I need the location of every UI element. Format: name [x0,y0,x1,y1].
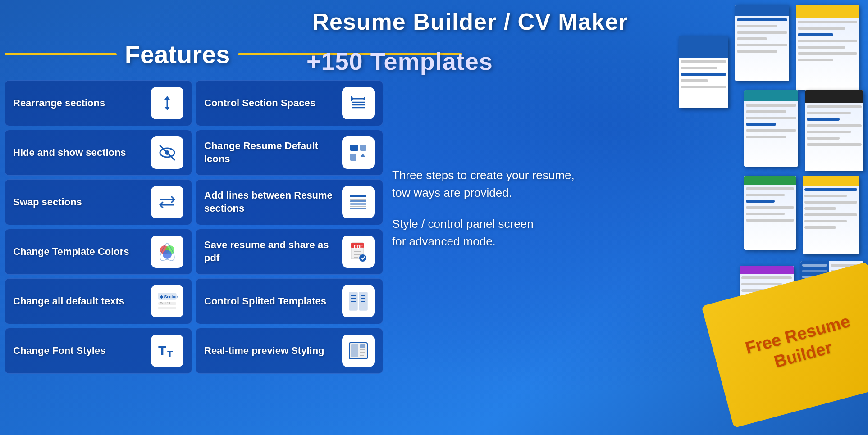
swap-icon [151,186,183,218]
description-area: Three steps to create your resume, tow w… [392,167,625,250]
svg-rect-10 [350,195,366,197]
feature-pdf: Save resume and share as pdf PDF [196,229,383,275]
features-title: Features [125,40,230,69]
svg-text:Text #9: Text #9 [160,302,170,305]
svg-rect-43 [360,344,365,348]
feature-swap-label: Swap sections [13,196,146,209]
feature-colors-label: Change Template Colors [13,245,146,258]
hide-show-icon [151,136,183,169]
feature-split-templates: Control Splited Templates [196,278,383,324]
split-icon [342,285,375,317]
feature-hide-show-label: Hide and show sections [13,146,146,159]
svg-rect-42 [351,344,358,357]
svg-rect-13 [350,203,366,205]
svg-rect-9 [350,154,356,161]
feature-add-lines: Add lines between Resume sections [196,179,383,225]
svg-rect-12 [350,200,366,202]
yellow-banner-text: Free Resume Builder [713,303,868,387]
feature-control-spaces: Control Section Spaces [196,80,383,126]
preview-icon [342,335,375,367]
description-line1: Three steps to create your resume, tow w… [392,167,625,202]
feature-default-texts-label: Change all default texts [13,295,146,308]
svg-point-18 [163,250,172,259]
feature-font-styles: Change Font Styles T T [5,328,192,374]
feature-add-lines-label: Add lines between Resume sections [204,189,337,215]
templates-area: Free Resume Builder [634,0,868,435]
feature-preview: Real-time preview Styling [196,328,383,374]
reorder-icon [151,87,183,119]
features-grid: Rearrange sections Control Section Space… [5,80,383,374]
features-line-left [5,53,117,55]
feature-default-texts: Change all default texts ◆ Section Text … [5,278,192,324]
feature-control-spaces-label: Control Section Spaces [204,97,337,110]
svg-rect-8 [360,145,366,151]
svg-text:T: T [167,349,173,359]
svg-rect-30 [158,307,176,309]
colors-icon [151,236,183,268]
svg-point-25 [359,254,366,262]
feature-font-styles-label: Change Font Styles [13,344,146,358]
feature-hide-show: Hide and show sections [5,130,192,176]
text-icon: ◆ Section Text #9 [151,285,183,317]
icons-icon [342,136,375,169]
feature-pdf-label: Save resume and share as pdf [204,239,337,264]
feature-rearrange: Rearrange sections [5,80,192,126]
feature-preview-label: Real-time preview Styling [204,344,337,358]
feature-split-templates-label: Control Splited Templates [204,295,337,308]
svg-text:◆ Section: ◆ Section [160,295,178,299]
feature-default-icons: Change Resume Default Icons [196,130,383,176]
lines-icon [342,186,375,218]
svg-rect-7 [350,145,358,151]
feature-swap: Swap sections [5,179,192,225]
spacing-icon [342,87,375,119]
pdf-icon: PDF [342,236,375,268]
yellow-banner: Free Resume Builder [701,262,868,428]
font-icon: T T [151,335,183,367]
svg-rect-15 [350,208,366,209]
description-line2: Style / control panel screen for advance… [392,215,625,250]
feature-colors: Change Template Colors [5,229,192,275]
svg-text:T: T [158,343,166,358]
feature-rearrange-label: Rearrange sections [13,97,146,110]
svg-text:PDF: PDF [354,245,363,249]
feature-default-icons-label: Change Resume Default Icons [204,140,337,165]
templates-count: +150 Templates [306,47,493,75]
app-title: Resume Builder / CV Maker [306,8,634,35]
